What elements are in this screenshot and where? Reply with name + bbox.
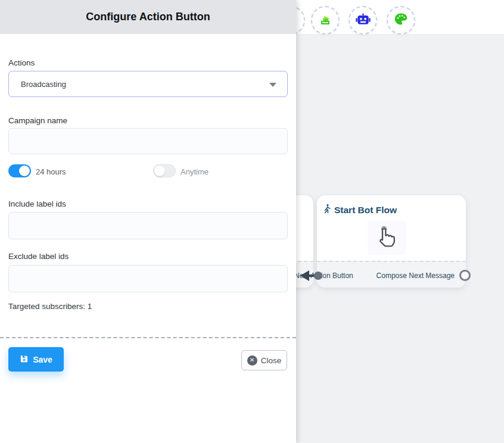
include-label-ids-label: Include label ids [8,199,66,208]
panel-header: Configure Action Button [0,0,296,34]
node-title-row: Start Bot Flow [323,204,397,216]
panel-title: Configure Action Button [86,11,210,23]
switch-24-hours[interactable] [8,164,31,177]
footer-item-compose-next-message[interactable]: Compose Next Message [377,270,471,281]
footer-divider [0,337,296,338]
palette-icon [393,12,409,29]
close-button[interactable]: Close [241,350,287,370]
actions-label: Actions [8,58,35,67]
campaign-name-input[interactable] [8,128,288,154]
close-button-label: Close [261,356,282,365]
switch-knob [154,166,165,176]
save-icon [20,354,29,365]
include-label-ids-input[interactable] [8,212,288,239]
exclude-label-ids-label: Exclude label ids [8,252,69,261]
app-root: Start Bot Flow Compose Next Message Next… [0,0,504,443]
connector-handle-connected[interactable] [314,272,322,280]
save-button-label: Save [33,355,52,364]
targeted-subscribers-text: Targeted subscribers: 1 [8,302,92,311]
switch-anytime[interactable] [153,164,176,177]
tap-cursor-icon [374,222,400,253]
stack-icon [318,11,333,29]
robot-icon [355,12,371,29]
switch-24-hours-label: 24 hours [36,167,66,176]
close-icon [247,355,257,366]
node-title: Start Bot Flow [334,205,397,216]
connector-handle-open[interactable] [459,270,471,281]
campaign-name-label: Campaign name [8,116,67,125]
toolbar-button-theme[interactable] [387,6,415,35]
actions-select[interactable]: Broadcasting [8,71,288,97]
exclude-label-ids-input[interactable] [8,265,288,292]
compose-next-message-label: Compose Next Message [377,272,455,280]
walking-person-icon [323,204,331,216]
actions-selected-value: Broadcasting [21,80,66,89]
tap-highlight [368,220,406,255]
chevron-down-icon [269,83,276,87]
switch-knob [19,166,30,176]
toolbar-button-broadcast[interactable] [311,6,340,35]
switch-anytime-label: Anytime [181,167,209,176]
save-button[interactable]: Save [8,347,64,372]
toolbar-button-bot[interactable] [349,6,377,35]
configure-panel: Configure Action Button Actions Broadcas… [0,0,296,443]
